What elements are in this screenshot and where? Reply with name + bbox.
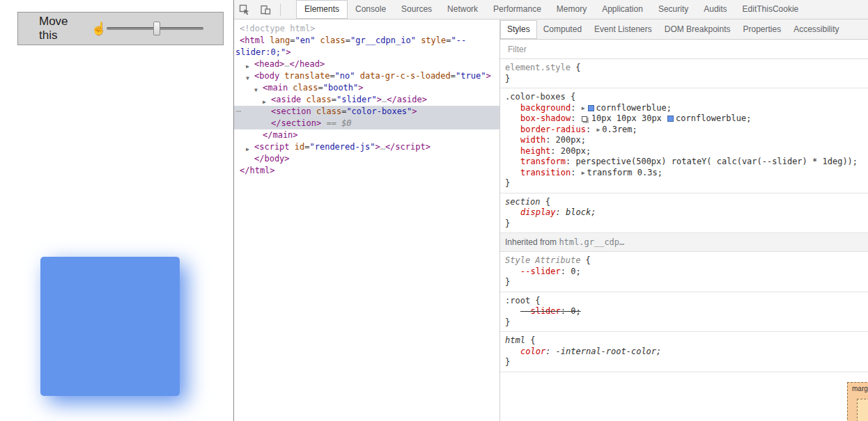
styles-panel: StylesComputedEvent ListenersDOM Breakpo… [500, 19, 868, 421]
move-this-label: Move this [39, 15, 88, 42]
css-declaration-color[interactable]: color: -internal-root-color; [505, 347, 865, 358]
tab-audits[interactable]: Audits [696, 0, 734, 19]
rule-selector[interactable]: section [505, 197, 541, 207]
styles-sidebar-tabs: StylesComputedEvent ListenersDOM Breakpo… [500, 19, 868, 40]
inspect-cursor-glyph [239, 4, 250, 15]
code-token: </body> [254, 154, 290, 164]
sidebar-tab-accessibility[interactable]: Accessibility [787, 20, 845, 39]
inherited-selector-link[interactable]: html.gr__cdp… [559, 237, 624, 247]
sidebar-tab-computed[interactable]: Computed [537, 20, 588, 39]
code-token: </aside> [387, 95, 427, 104]
color-swatch[interactable] [588, 105, 594, 111]
css-rule: element.style {} [500, 59, 868, 88]
rule-selector[interactable]: :root [505, 296, 530, 305]
device-toolbar-icon[interactable] [255, 0, 276, 19]
code-token: = [304, 142, 309, 152]
code-token: "true" [456, 71, 486, 81]
code-token: </section> [271, 118, 321, 128]
tab-editthiscookie[interactable]: EditThisCookie [735, 0, 807, 19]
tree-line[interactable]: </html> [234, 165, 499, 177]
code-token: lang [265, 35, 290, 45]
sidebar-tab-event-listeners[interactable]: Event Listeners [588, 20, 658, 39]
css-declaration-box-shadow[interactable]: box-shadow: 10px 10px 30px cornflowerblu… [505, 113, 865, 125]
code-token: = [318, 83, 323, 93]
tree-line[interactable]: </body> [234, 153, 499, 165]
tree-line[interactable]: </section> == $0 [234, 118, 499, 129]
rule-selector[interactable]: html [505, 335, 525, 345]
code-token: slider:0;" [235, 47, 286, 57]
sidebar-tab-dom-breakpoints[interactable]: DOM Breakpoints [658, 20, 737, 39]
css-declaration-transition[interactable]: transition: ▶transform 0.3s; [505, 168, 865, 179]
code-token: … [380, 142, 385, 152]
code-token: = [346, 35, 350, 45]
code-token: </html> [240, 166, 275, 175]
code-token: <!doctype html> [240, 24, 315, 33]
tree-line[interactable]: <!doctype html> [234, 23, 499, 35]
tab-network[interactable]: Network [440, 0, 486, 19]
code-token: "gr__cdpn_io" [350, 35, 416, 45]
tab-performance[interactable]: Performance [486, 0, 549, 19]
code-token: "color-boxes" [346, 106, 412, 116]
code-token: > [286, 47, 290, 57]
expand-value-icon[interactable]: ▶ [596, 125, 600, 136]
code-token: class [311, 106, 341, 116]
tab-sources[interactable]: Sources [394, 0, 440, 19]
devtools-tabs: ElementsConsoleSourcesNetworkPerformance… [296, 0, 806, 19]
box-model-border[interactable] [857, 399, 868, 421]
styles-filter-input[interactable] [500, 45, 653, 54]
tree-line[interactable]: ▶<script id="rendered-js">…</script> [234, 141, 499, 153]
code-token: class [315, 35, 345, 45]
code-token: == $0 [321, 118, 351, 128]
slider-thumb[interactable] [153, 22, 160, 35]
rule-selector[interactable]: .color-boxes [505, 92, 566, 102]
tab-elements[interactable]: Elements [296, 0, 348, 19]
tab-security[interactable]: Security [651, 0, 696, 19]
code-token: style [416, 35, 446, 45]
tree-line[interactable]: ▶<aside class="slider">…</aside> [234, 94, 499, 106]
box-model-margin-label: margin [852, 385, 868, 392]
code-token: > [377, 95, 382, 104]
slider-input[interactable] [107, 22, 203, 35]
devtools-pane: ElementsConsoleSourcesNetworkPerformance… [234, 0, 868, 421]
code-token: = [330, 71, 334, 81]
code-token: > [375, 142, 380, 152]
code-token: "rendered-js" [310, 142, 375, 152]
tree-line[interactable]: <html lang="en" class="gr__cdpn_io" styl… [234, 35, 499, 47]
sidebar-tab-styles[interactable]: Styles [500, 20, 537, 39]
code-token: "no" [335, 71, 355, 81]
tree-line[interactable]: …<section class="color-boxes"> [234, 106, 499, 118]
shadow-editor-icon[interactable] [582, 116, 587, 122]
code-token: <main [263, 83, 288, 93]
box-model-margin[interactable]: margin [847, 382, 868, 421]
css-rule: Style Attribute {--slider: 0;} [500, 252, 868, 292]
css-declaration-width[interactable]: width: 200px; [505, 135, 865, 146]
css-declaration-background[interactable]: background: ▶cornflowerblue; [505, 103, 865, 114]
code-token: … [284, 59, 289, 69]
sidebar-tab-properties[interactable]: Properties [736, 20, 787, 39]
code-token: class [301, 95, 331, 104]
css-declaration-slider[interactable]: --slider: 0; [505, 267, 865, 278]
css-declaration-height[interactable]: height: 200px; [505, 146, 865, 157]
css-declaration-transform[interactable]: transform: perspective(500px) rotateY( c… [505, 157, 865, 168]
css-declaration-border-radius[interactable]: border-radius: ▶0.3rem; [505, 125, 865, 136]
expand-value-icon[interactable]: ▶ [582, 103, 585, 114]
rule-selector[interactable]: Style Attribute [505, 255, 580, 265]
color-swatch[interactable] [667, 116, 674, 122]
tab-memory[interactable]: Memory [549, 0, 594, 19]
tab-console[interactable]: Console [348, 0, 394, 19]
node-options-icon[interactable]: … [236, 104, 240, 116]
tree-line[interactable]: ▼<main class="booth"> [234, 82, 499, 94]
tree-line[interactable]: </main> [234, 129, 499, 141]
tree-line[interactable]: slider:0;"> [234, 47, 499, 58]
rule-selector[interactable]: element.style [505, 63, 571, 72]
code-token: </main> [263, 130, 298, 140]
tab-application[interactable]: Application [594, 0, 651, 19]
expand-value-icon[interactable]: ▶ [582, 168, 585, 179]
tree-line[interactable]: ▼<body translate="no" data-gr-c-s-loaded… [234, 70, 499, 82]
tree-line[interactable]: ▶<head>…</head> [234, 58, 499, 70]
devtools-body: <!doctype html><html lang="en" class="gr… [234, 19, 868, 421]
inspect-element-icon[interactable] [234, 0, 255, 19]
css-declaration-slider[interactable]: --slider: 0; [505, 306, 865, 317]
css-declaration-display[interactable]: display: block; [505, 207, 865, 219]
box-model-preview: margin [847, 382, 868, 421]
